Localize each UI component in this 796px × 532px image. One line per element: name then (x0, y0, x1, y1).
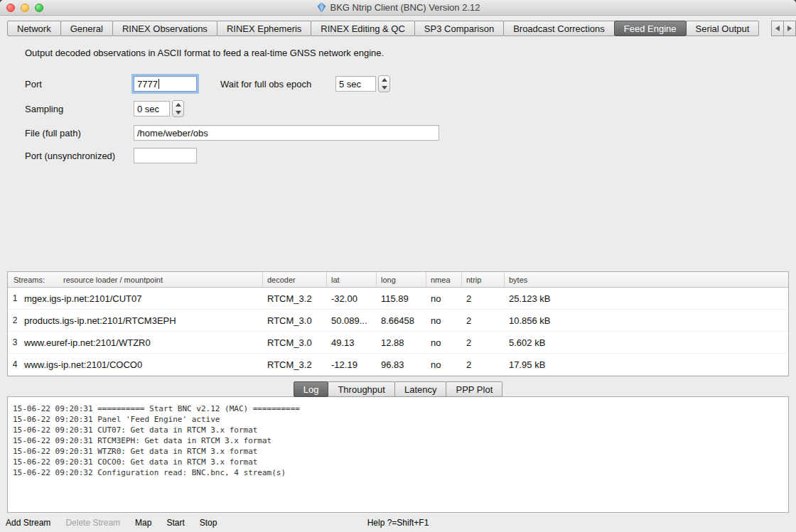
cell-mountpoint: mgex.igs-ip.net:2101/CUT07 (22, 293, 263, 304)
tab-log[interactable]: Log (294, 381, 329, 397)
log-line: 15-06-22 09:20:31 COCO0: Get data in RTC… (13, 457, 788, 467)
add-stream-button[interactable]: Add Stream (6, 518, 50, 528)
table-row[interactable]: 3 www.euref-ip.net:2101/WTZR0 RTCM_3.0 4… (8, 332, 788, 354)
wait-epoch-stepper[interactable] (378, 75, 390, 92)
table-row[interactable]: 1 mgex.igs-ip.net:2101/CUT07 RTCM_3.2 -3… (8, 288, 788, 310)
port-unsync-input[interactable] (134, 148, 197, 163)
cell-long: 12.88 (377, 337, 426, 348)
log-line: 15-06-22 09:20:31 ========== Start BNC v… (13, 403, 788, 414)
sampling-stepper[interactable] (172, 100, 184, 117)
close-button[interactable] (6, 4, 15, 12)
tab-throughput[interactable]: Throughput (328, 381, 395, 397)
cell-lat: 50.089... (327, 315, 377, 326)
delete-stream-button: Delete Stream (65, 518, 120, 528)
bottom-bar: Add Stream Delete Stream Map Start Stop … (0, 513, 796, 532)
cell-ntrip: 2 (462, 293, 505, 304)
tab-rinex-editing-qc[interactable]: RINEX Editing & QC (311, 21, 415, 36)
cell-nmea: no (426, 315, 462, 326)
header-nmea[interactable]: nmea (426, 272, 462, 287)
log-line: 15-06-22 09:20:31 CUT07: Get data in RTC… (13, 425, 788, 435)
tab-scroll-controls (772, 21, 796, 36)
port-value: 7777 (137, 79, 158, 89)
log-tab-bar: Log Throughput Latency PPP Plot (0, 381, 796, 397)
cell-decoder: RTCM_3.0 (263, 337, 327, 348)
app-window: BKG Ntrip Client (BNC) Version 2.12 Netw… (0, 0, 796, 532)
start-button[interactable]: Start (166, 518, 184, 528)
tab-ppp-plot[interactable]: PPP Plot (446, 381, 502, 397)
wait-epoch-value: 5 sec (339, 79, 361, 89)
window-title: BKG Ntrip Client (BNC) Version 2.12 (330, 2, 480, 13)
panel-description: Output decoded observations in ASCII for… (25, 48, 384, 58)
port-unsync-label: Port (unsynchronized) (25, 151, 115, 161)
file-path-label: File (full path) (25, 128, 81, 139)
stepper-up-icon[interactable] (173, 101, 183, 109)
minimize-button[interactable] (21, 4, 29, 12)
log-line: 15-06-22 09:20:32 Configuration read: BN… (13, 467, 788, 478)
tab-scroll-left-button[interactable] (771, 21, 784, 36)
cell-decoder: RTCM_3.2 (263, 293, 327, 304)
header-lat[interactable]: lat (327, 272, 377, 287)
stepper-down-icon[interactable] (379, 84, 389, 92)
cell-decoder: RTCM_3.0 (263, 315, 327, 326)
tab-feed-engine[interactable]: Feed Engine (614, 21, 687, 36)
zoom-button[interactable] (35, 4, 43, 12)
cell-ntrip: 2 (462, 359, 505, 370)
cell-ntrip: 2 (462, 315, 505, 326)
tab-sp3-comparison[interactable]: SP3 Comparison (414, 21, 504, 36)
tab-scroll-right-button[interactable] (783, 21, 796, 36)
sampling-value: 0 sec (137, 104, 159, 114)
tab-latency[interactable]: Latency (394, 381, 447, 397)
header-decoder[interactable]: decoder (263, 272, 327, 287)
main-tab-bar: Network General RINEX Observations RINEX… (7, 21, 796, 36)
row-number: 1 (8, 293, 22, 303)
stepper-down-icon[interactable] (173, 109, 183, 116)
header-bytes[interactable]: bytes (505, 272, 788, 287)
log-line: 15-06-22 09:20:31 WTZR0: Get data in RTC… (13, 446, 788, 457)
table-row[interactable]: 4 www.igs-ip.net:2101/COCO0 RTCM_3.2 -12… (8, 354, 788, 376)
wait-epoch-input[interactable]: 5 sec (335, 76, 376, 92)
header-ntrip[interactable]: ntrip (462, 272, 505, 287)
stepper-up-icon[interactable] (379, 76, 389, 84)
log-output[interactable]: 15-06-22 09:20:31 ========== Start BNC v… (7, 396, 789, 513)
streams-table: Streams: resource loader / mountpoint de… (7, 271, 789, 376)
file-path-input[interactable]: /home/weber/obs (134, 125, 439, 141)
chevron-right-icon (787, 26, 792, 31)
cell-mountpoint: www.igs-ip.net:2101/COCO0 (22, 359, 263, 370)
cell-mountpoint: products.igs-ip.net:2101/RTCM3EPH (22, 315, 263, 326)
cell-bytes: 10.856 kB (505, 315, 788, 326)
cell-lat: -32.00 (327, 293, 377, 304)
sampling-label: Sampling (25, 104, 63, 114)
table-row[interactable]: 2 products.igs-ip.net:2101/RTCM3EPH RTCM… (8, 310, 788, 332)
cell-nmea: no (426, 337, 462, 348)
row-number: 3 (8, 337, 22, 347)
cell-decoder: RTCM_3.2 (263, 359, 327, 370)
title-bar[interactable]: BKG Ntrip Client (BNC) Version 2.12 (0, 0, 796, 16)
cell-nmea: no (426, 359, 462, 370)
header-streams-mountpoint[interactable]: Streams: resource loader / mountpoint (8, 272, 263, 287)
tab-serial-output[interactable]: Serial Output (686, 21, 760, 36)
port-input[interactable]: 7777 (134, 76, 197, 92)
tab-broadcast-corrections[interactable]: Broadcast Corrections (503, 21, 615, 36)
cell-lat: -12.19 (327, 359, 377, 370)
tab-general[interactable]: General (60, 21, 113, 36)
text-caret (158, 79, 159, 89)
tab-network[interactable]: Network (7, 21, 61, 36)
cell-bytes: 25.123 kB (505, 293, 788, 304)
wait-epoch-label: Wait for full obs epoch (220, 79, 311, 89)
cell-ntrip: 2 (462, 337, 505, 348)
log-line: 15-06-22 09:20:31 Panel 'Feed Engine' ac… (13, 414, 788, 425)
cell-bytes: 17.95 kB (505, 359, 788, 370)
cell-long: 96.83 (377, 359, 426, 370)
tab-rinex-ephemeris[interactable]: RINEX Ephemeris (217, 21, 311, 36)
cell-bytes: 5.602 kB (505, 337, 788, 348)
tab-rinex-observations[interactable]: RINEX Observations (112, 21, 217, 36)
header-long[interactable]: long (377, 272, 426, 287)
row-number: 4 (8, 359, 22, 369)
streams-table-header: Streams: resource loader / mountpoint de… (8, 272, 788, 288)
map-button[interactable]: Map (135, 518, 151, 528)
log-line: 15-06-22 09:20:31 RTCM3EPH: Get data in … (13, 435, 788, 446)
file-path-value: /home/weber/obs (137, 128, 208, 139)
cell-nmea: no (426, 293, 462, 304)
stop-button[interactable]: Stop (200, 518, 217, 528)
sampling-input[interactable]: 0 sec (134, 101, 170, 116)
